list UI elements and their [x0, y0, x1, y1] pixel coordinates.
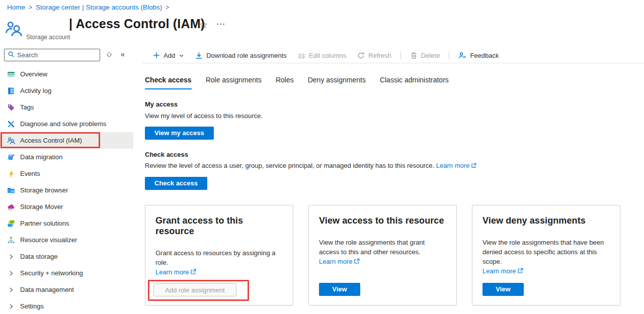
- refresh-label: Refresh: [368, 52, 391, 59]
- sidebar-item-storage-browser[interactable]: Storage browser: [0, 182, 142, 198]
- more-actions-icon[interactable]: …: [216, 16, 226, 27]
- breadcrumb-home-link[interactable]: Home: [7, 4, 25, 11]
- view-deny-view-button[interactable]: View: [482, 283, 524, 296]
- sidebar-item-label: Activity log: [20, 87, 51, 94]
- breadcrumb-separator-icon: >: [29, 4, 32, 11]
- add-button[interactable]: Add: [148, 52, 189, 59]
- refresh-icon: [357, 52, 365, 59]
- card-title: Grant access to this resource: [155, 216, 283, 237]
- overview-icon: [7, 70, 16, 79]
- storage-mover-icon: [7, 202, 16, 212]
- chevron-right-icon: [7, 252, 16, 261]
- chevron-down-icon: [179, 53, 184, 58]
- add-role-assignment-button[interactable]: Add role assignment: [153, 283, 236, 296]
- sidebar-item-label: Tags: [20, 103, 34, 111]
- sidebar-item-tags[interactable]: Tags: [0, 99, 142, 116]
- search-input[interactable]: [17, 51, 97, 59]
- tab-deny-assignments[interactable]: Deny assignments: [308, 76, 366, 89]
- sidebar-search[interactable]: [4, 49, 100, 61]
- sidebar-item-label: Storage browser: [20, 186, 68, 194]
- grant-access-card: Grant access to this resource Grant acce…: [145, 205, 293, 305]
- plus-icon: [153, 52, 160, 59]
- sidebar-group-security-networking[interactable]: Security + networking: [0, 265, 142, 281]
- storage-browser-icon: [7, 186, 16, 195]
- toolbar-divider: [400, 51, 401, 60]
- sidebar-group-label: Data storage: [20, 253, 57, 260]
- sidebar-item-overview[interactable]: Overview: [0, 66, 142, 82]
- download-icon: [195, 52, 203, 59]
- view-access-learn-more-link[interactable]: Learn more: [319, 258, 352, 265]
- card-description: Grant access to resources by assigning a…: [155, 249, 275, 266]
- feedback-button[interactable]: Feedback: [453, 52, 504, 59]
- tab-check-access[interactable]: Check access: [145, 76, 192, 89]
- sidebar-item-events[interactable]: Events: [0, 165, 142, 182]
- delete-button[interactable]: Delete: [405, 52, 445, 59]
- tab-roles[interactable]: Roles: [276, 76, 294, 89]
- storage-account-people-icon: [5, 20, 23, 37]
- edit-columns-button[interactable]: Edit columns: [293, 52, 351, 59]
- sidebar-item-label: Events: [20, 170, 40, 177]
- sidebar-group-data-storage[interactable]: Data storage: [0, 248, 142, 265]
- delete-label: Delete: [421, 52, 440, 59]
- access-control-icon: [7, 136, 16, 145]
- favorite-star-icon[interactable]: ☆: [199, 19, 208, 31]
- tab-classic-administrators[interactable]: Classic administrators: [380, 76, 449, 89]
- download-role-assignments-button[interactable]: Download role assignments: [190, 52, 292, 59]
- breadcrumb: Home > Storage center | Storage accounts…: [7, 4, 169, 11]
- edit-columns-label: Edit columns: [309, 52, 346, 59]
- add-label: Add: [164, 52, 175, 59]
- breadcrumb-storage-accounts-link[interactable]: Storage center | Storage accounts (Blobs…: [36, 4, 162, 11]
- sidebar-item-storage-mover[interactable]: Storage Mover: [0, 198, 142, 215]
- feedback-icon: [458, 52, 466, 59]
- external-link-icon: [517, 267, 523, 277]
- my-access-description: View my level of access to this resource…: [145, 112, 263, 120]
- sidebar-group-label: Settings: [20, 302, 44, 310]
- resource-type-label: Storage account: [26, 34, 70, 41]
- view-access-view-button[interactable]: View: [319, 283, 360, 296]
- data-migration-icon: [7, 153, 16, 162]
- sidebar-item-label: Partner solutions: [20, 220, 69, 227]
- card-title: View deny assignments: [482, 216, 610, 226]
- toolbar-divider: [449, 51, 449, 60]
- tab-role-assignments[interactable]: Role assignments: [206, 76, 262, 89]
- sidebar-item-label: Data migration: [20, 153, 63, 161]
- sidebar-group-label: Security + networking: [20, 269, 83, 277]
- collapse-sidebar-icon[interactable]: «: [121, 50, 125, 58]
- sidebar-item-partner-solutions[interactable]: Partner solutions: [0, 215, 142, 232]
- my-access-heading: My access: [145, 100, 178, 108]
- check-access-button[interactable]: Check access: [145, 177, 207, 190]
- page-title: | Access Control (IAM): [69, 17, 205, 31]
- view-deny-learn-more-link[interactable]: Learn more: [482, 267, 516, 275]
- chevron-right-icon: [7, 302, 16, 311]
- breadcrumb-separator-icon: >: [166, 4, 169, 11]
- sidebar-item-diagnose[interactable]: Diagnose and solve problems: [0, 116, 142, 132]
- grant-access-learn-more-link[interactable]: Learn more: [155, 268, 189, 276]
- action-cards: Grant access to this resource Grant acce…: [145, 205, 620, 305]
- partner-solutions-icon: [7, 219, 16, 228]
- chevron-right-icon: [7, 285, 16, 294]
- check-access-learn-more-link[interactable]: Learn more: [436, 162, 469, 169]
- edit-columns-icon: [298, 52, 305, 59]
- sidebar-item-access-control-iam[interactable]: Access Control (IAM): [0, 132, 142, 149]
- sidebar-item-activity-log[interactable]: Activity log: [0, 82, 142, 99]
- sidebar-item-resource-visualizer[interactable]: Resource visualizer: [0, 232, 142, 248]
- chevron-right-icon: [7, 269, 16, 278]
- sidebar-item-label: Diagnose and solve problems: [20, 120, 106, 128]
- external-link-icon: [190, 268, 196, 278]
- sidebar-item-label: Access Control (IAM): [20, 137, 82, 144]
- card-title: View access to this resource: [319, 216, 446, 226]
- refresh-button[interactable]: Refresh: [352, 52, 396, 59]
- sidebar-item-data-migration[interactable]: Data migration: [0, 149, 142, 165]
- resource-visualizer-icon: [7, 236, 16, 245]
- card-description: View the role assignments that have been…: [482, 239, 604, 265]
- check-access-description: Review the level of access a user, group…: [145, 162, 476, 170]
- pin-diamond-icon[interactable]: ◇: [107, 50, 112, 58]
- sidebar-menu: Overview Activity log Tag: [0, 66, 142, 314]
- sidebar-group-settings[interactable]: Settings: [0, 298, 142, 314]
- external-link-icon: [354, 258, 360, 267]
- view-my-access-button[interactable]: View my access: [145, 127, 214, 140]
- feedback-label: Feedback: [470, 52, 499, 59]
- trash-icon: [410, 52, 418, 59]
- sidebar-group-data-management[interactable]: Data management: [0, 281, 142, 298]
- check-access-heading: Check access: [145, 151, 188, 158]
